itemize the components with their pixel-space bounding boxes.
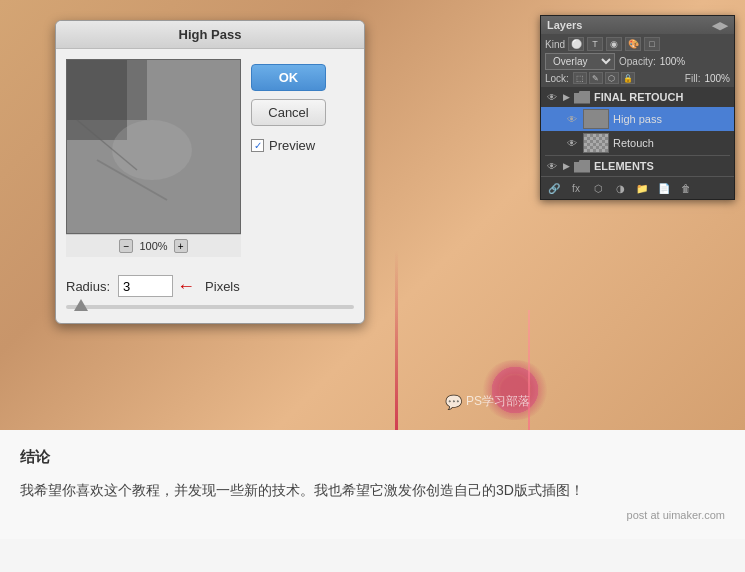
pink-drip <box>528 310 530 430</box>
eye-icon-group1[interactable]: 👁 <box>545 90 559 104</box>
filter-icon-5[interactable]: □ <box>644 37 660 51</box>
radius-label: Radius: <box>66 279 110 294</box>
watermark-text: PS学习部落 <box>466 393 530 410</box>
layers-toolbar: 🔗 fx ⬡ ◑ 📁 📄 🗑 <box>541 176 734 199</box>
group-name-elements: ELEMENTS <box>594 160 654 172</box>
pixels-label: Pixels <box>205 279 240 294</box>
preview-checkbox[interactable]: ✓ <box>251 139 264 152</box>
blend-mode-dropdown[interactable]: Overlay Normal Multiply <box>545 53 615 70</box>
panel-arrows: ◀▶ <box>712 20 728 31</box>
adj-btn[interactable]: ◑ <box>611 180 629 196</box>
eye-icon-elements[interactable]: 👁 <box>545 159 559 173</box>
svg-rect-2 <box>67 60 147 120</box>
main-image-area: High Pass <box>0 0 745 430</box>
preview-checkbox-row: ✓ Preview <box>251 138 326 153</box>
arrow-icon: ← <box>177 276 195 297</box>
preview-label: Preview <box>269 138 315 153</box>
kind-row: Kind ⚪ T ◉ 🎨 □ <box>545 37 730 51</box>
kind-label: Kind <box>545 39 565 50</box>
zoom-out-btn[interactable]: − <box>119 239 133 253</box>
lock-row: Lock: ⬚ ✎ ⬡ 🔒 Fill: 100% <box>545 72 730 84</box>
dialog-actions: OK Cancel ✓ Preview <box>251 59 326 257</box>
layer-high-pass[interactable]: 👁 High pass <box>541 107 734 131</box>
layers-panel-title: Layers ◀▶ <box>541 16 734 34</box>
lock-icon-1[interactable]: ⬚ <box>573 72 587 84</box>
group-btn[interactable]: 📁 <box>633 180 651 196</box>
layers-panel: Layers ◀▶ Kind ⚪ T ◉ 🎨 □ Overlay Normal … <box>540 15 735 200</box>
slider-thumb <box>74 299 88 311</box>
text-section: 结论 我希望你喜欢这个教程，并发现一些新的技术。我也希望它激发你创造自己的3D版… <box>0 430 745 539</box>
group-elements[interactable]: 👁 ▶ ELEMENTS <box>541 156 734 176</box>
folder-icon-elements <box>574 160 590 173</box>
layer-name-high-pass: High pass <box>613 113 662 125</box>
zoom-in-btn[interactable]: + <box>174 239 188 253</box>
preview-canvas <box>66 59 241 234</box>
dialog-radius-section: Radius: ← Pixels <box>56 267 364 323</box>
filter-icons: ⚪ T ◉ 🎨 □ <box>568 37 660 51</box>
delete-btn[interactable]: 🗑 <box>677 180 695 196</box>
fill-value: 100% <box>704 73 730 84</box>
lock-icon-4[interactable]: 🔒 <box>621 72 635 84</box>
donut-decoration <box>480 360 550 420</box>
eye-icon-retouch[interactable]: 👁 <box>565 136 579 150</box>
link-btn[interactable]: 🔗 <box>545 180 563 196</box>
layer-retouch[interactable]: 👁 Retouch <box>541 131 734 155</box>
drip-decoration <box>395 250 398 430</box>
layer-thumb-high-pass <box>583 109 609 129</box>
radius-input[interactable] <box>118 275 173 297</box>
zoom-level: 100% <box>139 240 167 252</box>
svg-point-3 <box>112 120 192 180</box>
filter-icon-2[interactable]: T <box>587 37 603 51</box>
filter-icon-3[interactable]: ◉ <box>606 37 622 51</box>
preview-image <box>67 60 240 233</box>
lock-label: Lock: <box>545 73 569 84</box>
layers-list: 👁 ▶ FINAL RETOUCH 👁 High pass 👁 Retouch <box>541 87 734 176</box>
layer-name-retouch: Retouch <box>613 137 654 149</box>
high-pass-dialog: High Pass <box>55 20 365 324</box>
fill-label: Fill: <box>685 73 701 84</box>
watermark: 💬 PS学习部落 <box>445 393 530 410</box>
layers-title-text: Layers <box>547 19 582 31</box>
ok-button[interactable]: OK <box>251 64 326 91</box>
preview-footer: − 100% + <box>66 234 241 257</box>
group-final-retouch[interactable]: 👁 ▶ FINAL RETOUCH <box>541 87 734 107</box>
blend-row: Overlay Normal Multiply Opacity: 100% <box>545 53 730 70</box>
expand-icon: ▶ <box>563 92 570 102</box>
dialog-title: High Pass <box>56 21 364 49</box>
opacity-label: Opacity: <box>619 56 656 67</box>
lock-icons-group: ⬚ ✎ ⬡ 🔒 <box>573 72 635 84</box>
radius-input-wrapper: ← <box>118 275 173 297</box>
new-layer-btn[interactable]: 📄 <box>655 180 673 196</box>
filter-icon-4[interactable]: 🎨 <box>625 37 641 51</box>
expand-icon-elements: ▶ <box>563 161 570 171</box>
radius-slider[interactable] <box>66 305 354 309</box>
eye-icon-high-pass[interactable]: 👁 <box>565 112 579 126</box>
dialog-title-text: High Pass <box>179 27 242 42</box>
cancel-button[interactable]: Cancel <box>251 99 326 126</box>
filter-icon-1[interactable]: ⚪ <box>568 37 584 51</box>
layers-controls: Kind ⚪ T ◉ 🎨 □ Overlay Normal Multiply O… <box>541 34 734 87</box>
fx-btn[interactable]: fx <box>567 180 585 196</box>
mask-btn[interactable]: ⬡ <box>589 180 607 196</box>
folder-icon <box>574 91 590 104</box>
group-name-final-retouch: FINAL RETOUCH <box>594 91 683 103</box>
lock-icon-3[interactable]: ⬡ <box>605 72 619 84</box>
conclusion-title: 结论 <box>20 448 725 467</box>
layer-thumb-retouch <box>583 133 609 153</box>
post-credit: post at uimaker.com <box>20 509 725 521</box>
lock-icon-2[interactable]: ✎ <box>589 72 603 84</box>
conclusion-text: 我希望你喜欢这个教程，并发现一些新的技术。我也希望它激发你创造自己的3D版式插图… <box>20 479 725 503</box>
opacity-value: 100% <box>660 56 686 67</box>
